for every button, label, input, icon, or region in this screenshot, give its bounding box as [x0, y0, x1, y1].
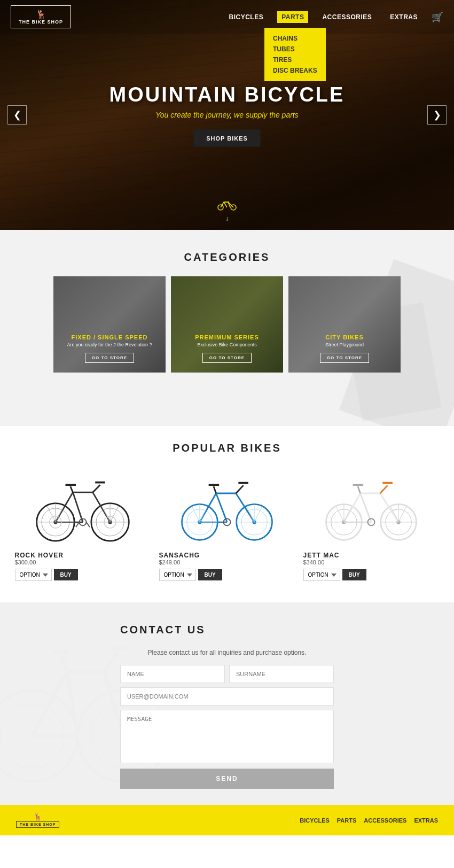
bike-indicator-icon — [217, 199, 237, 214]
category-card-fixed[interactable]: FIXED / SINGLE SPEED Are you ready for t… — [53, 276, 166, 373]
contact-section: CONTACT US Please contact us for all inq… — [0, 602, 454, 805]
hero-content: MOUINTAIN BICYCLE You create the journey… — [109, 83, 345, 147]
bike-option-select-1[interactable]: OPTION — [159, 569, 196, 581]
bike-name-1: SANSACHG — [159, 552, 295, 559]
bike-card-0: ROCK HOVER $300.00 OPTION BUY — [15, 467, 151, 581]
bike-card-1: SANSACHG $249.00 OPTION BUY — [159, 467, 295, 581]
dropdown-item-disc-breaks[interactable]: DISC BREAKS — [273, 65, 317, 76]
hero-next-arrow[interactable]: ❯ — [427, 105, 447, 125]
svg-line-84 — [61, 656, 67, 672]
cat-btn-1[interactable]: GO TO STORE — [202, 353, 252, 363]
cat-title-0: FIXED / SINGLE SPEED — [53, 334, 166, 340]
svg-line-13 — [71, 486, 73, 492]
nav-parts[interactable]: PARTS — [277, 11, 308, 23]
name-input[interactable] — [120, 665, 225, 683]
cat-subtitle-1: Exclusive Bike Components — [171, 342, 283, 347]
cat-subtitle-0: Are you ready for the 2 the Revolution ? — [53, 342, 166, 347]
svg-line-63 — [358, 486, 361, 493]
svg-line-16 — [76, 522, 80, 527]
footer-nav-accessories[interactable]: ACCESSORIES — [364, 817, 406, 824]
footer-nav-bicycles[interactable]: BICYCLES — [300, 817, 330, 824]
svg-line-61 — [380, 485, 388, 493]
hero-subtitle: You create the journey, we supply the pa… — [109, 111, 345, 119]
logo-icon: 🦌 — [36, 9, 46, 19]
svg-line-40 — [214, 486, 216, 493]
bike-info-2: JETT MAC $340.00 OPTION BUY — [303, 552, 440, 581]
bike-price-1: $249.00 — [159, 559, 295, 565]
surname-input[interactable] — [229, 665, 334, 683]
header: 🦌 THE BIKE SHOP BICYCLES PARTS ACCESSORI… — [0, 0, 454, 34]
bike-price-0: $300.00 — [15, 559, 151, 565]
footer-nav-extras[interactable]: EXTRAS — [414, 817, 438, 824]
categories-section: CATEGORIES FIXED / SINGLE SPEED Are you … — [0, 230, 454, 426]
footer-logo: 🦌 THE BIKE SHOP — [16, 812, 59, 828]
bike-option-select-2[interactable]: OPTION — [303, 569, 340, 581]
footer-nav: BICYCLES PARTS ACCESSORIES EXTRAS — [300, 817, 438, 824]
dropdown-item-chains[interactable]: CHAINS — [273, 33, 317, 44]
hero-title: MOUINTAIN BICYCLE — [109, 83, 345, 106]
popular-title: POPULAR BIKES — [11, 442, 443, 454]
bikes-grid: ROCK HOVER $300.00 OPTION BUY — [11, 467, 443, 581]
bike-buy-button-1[interactable]: BUY — [198, 569, 222, 580]
hero-prev-arrow[interactable]: ❮ — [7, 105, 27, 125]
svg-line-82 — [104, 653, 118, 672]
email-input[interactable] — [120, 687, 334, 706]
svg-line-38 — [236, 485, 244, 493]
bike-controls-0: OPTION BUY — [15, 569, 151, 581]
popular-section: POPULAR BIKES — [0, 426, 454, 602]
bike-info-1: SANSACHG $249.00 OPTION BUY — [159, 552, 295, 581]
bike-card-2: JETT MAC $340.00 OPTION BUY — [303, 467, 440, 581]
footer-nav-parts[interactable]: PARTS — [337, 817, 356, 824]
svg-point-76 — [0, 691, 77, 781]
svg-line-80 — [67, 672, 77, 736]
svg-line-17 — [87, 522, 90, 527]
name-row — [120, 665, 334, 683]
nav-extras[interactable]: EXTRAS — [386, 11, 422, 23]
svg-point-77 — [0, 704, 64, 768]
bike-name-2: JETT MAC — [303, 552, 440, 559]
hero-scroll-indicator: ↓ — [217, 215, 237, 222]
svg-line-11 — [93, 485, 100, 492]
bike-image-1 — [159, 467, 295, 547]
bike-info-0: ROCK HOVER $300.00 OPTION BUY — [15, 552, 151, 581]
send-button[interactable]: SEND — [120, 769, 334, 789]
main-nav: BICYCLES PARTS ACCESSORIES EXTRAS 🛒 — [224, 11, 443, 23]
bike-controls-2: OPTION BUY — [303, 569, 440, 581]
bike-option-select-0[interactable]: OPTION — [15, 569, 52, 581]
cat-btn-2[interactable]: GO TO STORE — [320, 353, 369, 363]
categories-title: CATEGORIES — [11, 251, 443, 264]
nav-accessories[interactable]: ACCESSORIES — [318, 11, 376, 23]
cat-title-2: CITY BIKES — [288, 334, 401, 340]
cart-icon[interactable]: 🛒 — [432, 11, 443, 23]
bike-name-0: ROCK HOVER — [15, 552, 151, 559]
bike-buy-button-0[interactable]: BUY — [54, 569, 78, 580]
dropdown-item-tubes[interactable]: TUBES — [273, 44, 317, 55]
logo-text: THE BIKE SHOP — [19, 19, 63, 25]
footer-logo-text: THE BIKE SHOP — [16, 821, 59, 828]
nav-bicycles[interactable]: BICYCLES — [224, 11, 268, 23]
contact-title: CONTACT US — [120, 624, 334, 636]
shop-bikes-button[interactable]: SHOP BIKES — [193, 130, 261, 147]
bike-image-2 — [303, 467, 440, 547]
cat-subtitle-2: Street Playground — [288, 342, 401, 347]
contact-subtitle: Please contact us for all inquiries and … — [120, 649, 334, 656]
logo[interactable]: 🦌 THE BIKE SHOP — [11, 5, 71, 28]
hero-indicator: ↓ — [217, 199, 237, 222]
contact-form-area: CONTACT US Please contact us for all inq… — [120, 624, 334, 789]
bike-buy-button-2[interactable]: BUY — [342, 569, 366, 580]
bike-price-2: $340.00 — [303, 559, 440, 565]
footer-logo-icon: 🦌 — [33, 812, 42, 821]
cat-btn-0[interactable]: GO TO STORE — [85, 353, 134, 363]
footer: 🦌 THE BIKE SHOP BICYCLES PARTS ACCESSORI… — [0, 805, 454, 835]
message-input[interactable] — [120, 710, 334, 763]
categories-grid: FIXED / SINGLE SPEED Are you ready for t… — [11, 276, 443, 373]
bike-controls-1: OPTION BUY — [159, 569, 295, 581]
parts-dropdown: CHAINS TUBES TIRES DISC BREAKS — [264, 28, 326, 81]
cat-title-1: PREMIMUM SERIES — [171, 334, 283, 340]
dropdown-item-tires[interactable]: TIRES — [273, 55, 317, 65]
category-card-premium[interactable]: PREMIMUM SERIES Exclusive Bike Component… — [171, 276, 283, 373]
bike-image-0 — [15, 467, 151, 547]
category-card-city[interactable]: CITY BIKES Street Playground GO TO STORE — [288, 276, 401, 373]
categories-content: CATEGORIES FIXED / SINGLE SPEED Are you … — [0, 230, 454, 394]
